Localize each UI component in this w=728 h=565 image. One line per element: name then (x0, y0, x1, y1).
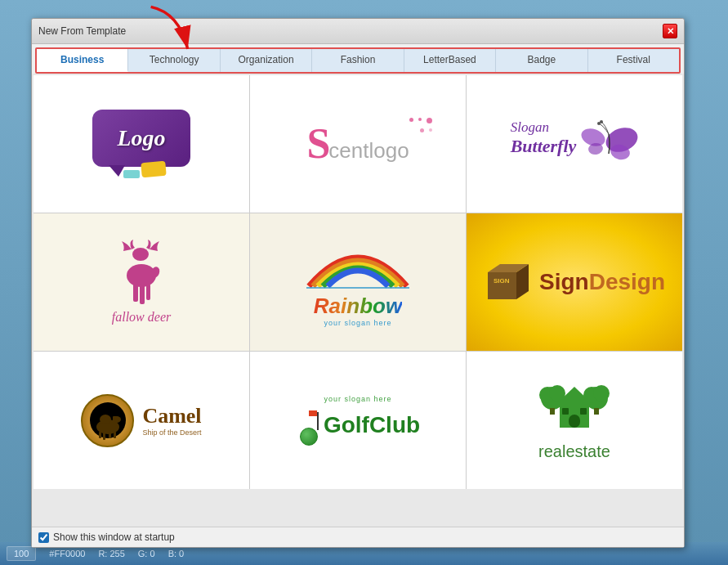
realestate-preview: realestate (538, 380, 611, 461)
r-channel: R: 255 (98, 549, 124, 558)
tab-bar: Business Technology Organization Fashion… (35, 47, 681, 74)
slogan-text: Slogan (511, 119, 549, 136)
deer-preview: fallow deer (109, 240, 174, 325)
design-text: Design (589, 269, 665, 295)
golf-ball (300, 428, 318, 446)
template-rainbow[interactable]: Rainbow your slogan here (250, 213, 466, 351)
tab-organization[interactable]: Organization (221, 49, 312, 72)
butterfly-name: Butterfly (511, 136, 577, 157)
camel-title: Camel (142, 404, 201, 428)
svg-rect-39 (580, 408, 587, 415)
svg-rect-26 (114, 432, 116, 438)
dialog-title: New From Template (38, 25, 126, 37)
tab-badge[interactable]: Badge (496, 49, 587, 72)
color-hex: #FF0000 (49, 549, 85, 558)
realestate-svg (538, 380, 611, 437)
deer-svg (109, 240, 174, 313)
rainbow-preview: Rainbow your slogan here (305, 237, 411, 327)
zoom-level: 100 (7, 546, 36, 561)
realestate-title: realestate (538, 442, 610, 461)
scent-s: S (306, 123, 330, 165)
svg-rect-34 (594, 408, 599, 415)
scent-rest: centlogo (328, 138, 409, 164)
golf-preview: your slogan here GolfClub (296, 395, 420, 446)
camel-circle (81, 394, 134, 447)
yellow-accent (141, 161, 166, 178)
svg-point-7 (132, 248, 149, 261)
svg-rect-10 (140, 284, 145, 304)
rainbow-arc-svg (305, 237, 411, 290)
svg-rect-9 (133, 284, 138, 302)
svg-rect-23 (99, 432, 101, 438)
svg-rect-30 (550, 408, 555, 415)
svg-rect-37 (569, 415, 580, 428)
flag-stick (317, 412, 319, 430)
show-startup-label: Show this window at startup (53, 531, 175, 543)
show-startup-checkbox[interactable] (38, 532, 49, 543)
tab-business[interactable]: Business (37, 49, 128, 72)
tab-letterbased[interactable]: LetterBased (404, 49, 496, 72)
golf-flag (309, 410, 317, 416)
rainbow-title: Rainbow (314, 294, 402, 319)
sign-text: Sign (539, 269, 589, 295)
close-button[interactable]: ✕ (663, 24, 677, 38)
template-fallowdeer[interactable]: fallow deer (33, 213, 249, 351)
golf-title: GolfClub (324, 412, 420, 438)
svg-marker-14 (488, 272, 516, 299)
svg-point-20 (100, 415, 111, 424)
svg-rect-11 (146, 284, 150, 300)
template-golfclub[interactable]: your slogan here GolfClub (250, 352, 466, 489)
g-channel: G: 0 (138, 549, 155, 558)
svg-text:SIGN: SIGN (494, 277, 510, 285)
svg-rect-38 (562, 408, 569, 415)
golf-main-row: GolfClub (296, 405, 420, 446)
tab-fashion[interactable]: Fashion (312, 49, 404, 72)
template-butterfly[interactable]: Slogan Butterfly (467, 75, 682, 213)
camel-subtitle: Ship of the Desert (142, 428, 201, 437)
rainbow-text-group: Rainbow your slogan here (314, 294, 402, 327)
template-content-area[interactable]: Logo (32, 74, 684, 527)
deer-name-text: fallow deer (112, 310, 171, 325)
butterfly-svg (581, 119, 638, 168)
svg-rect-25 (109, 432, 111, 438)
template-grid: Logo (33, 75, 682, 489)
template-camel[interactable]: Camel Ship of the Desert (33, 352, 249, 489)
camel-preview: Camel Ship of the Desert (81, 394, 201, 447)
svg-rect-22 (113, 416, 117, 424)
camel-text-block: Camel Ship of the Desert (142, 404, 201, 437)
logo-preview: Logo (92, 95, 190, 193)
rainbow-slogan: your slogan here (324, 319, 391, 327)
camel-svg (87, 400, 128, 441)
template-realestate[interactable]: realestate (467, 352, 682, 489)
svg-point-33 (593, 385, 610, 401)
scentlogo-preview: S centlogo (306, 123, 409, 165)
footer: Show this window at startup (32, 527, 684, 547)
signdesign-preview: SIGN Sign Design (484, 260, 665, 305)
template-logo[interactable]: Logo (33, 75, 249, 213)
b-channel: B: 0 (168, 549, 185, 558)
title-bar: New From Template ✕ (32, 19, 684, 44)
butterfly-preview: Slogan Butterfly (511, 119, 639, 168)
golf-slogan: your slogan here (324, 395, 391, 403)
tab-festival[interactable]: Festival (588, 49, 679, 72)
new-from-template-dialog: New From Template ✕ Business Technology … (31, 18, 685, 548)
template-signdesign[interactable]: SIGN Sign Design (467, 213, 682, 351)
svg-rect-24 (103, 432, 105, 440)
sign-box-svg: SIGN (484, 260, 533, 305)
template-scentlogo[interactable]: S centlogo (250, 75, 466, 213)
svg-point-6 (600, 120, 603, 123)
logo-text: Logo (117, 125, 165, 151)
